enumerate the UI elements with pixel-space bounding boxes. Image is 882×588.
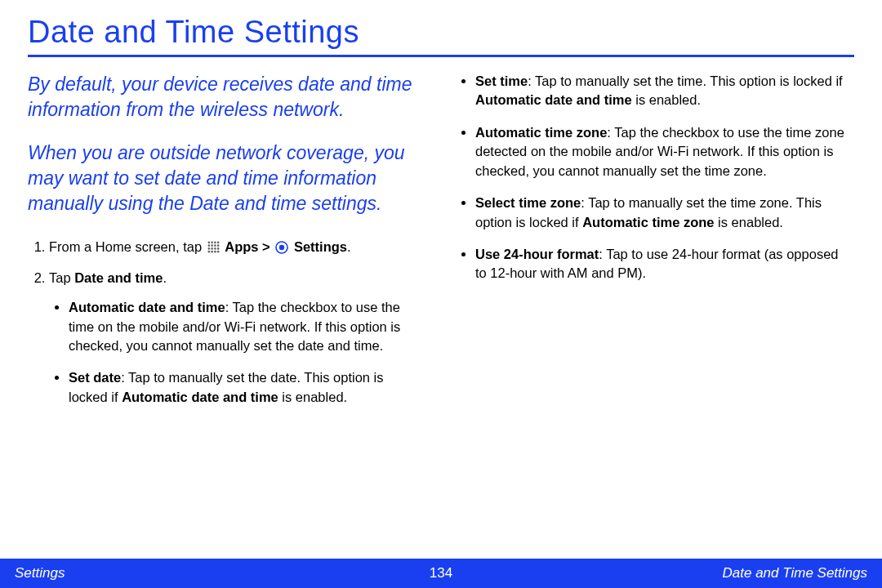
intro-paragraph-2: When you are outside network coverage, y…	[28, 140, 420, 216]
right-bullets: Set time: Tap to manually set the time. …	[456, 72, 848, 283]
svg-point-2	[214, 242, 216, 244]
left-column: By default, your device receives date an…	[28, 72, 420, 420]
bullet-lead: Set time	[475, 74, 528, 88]
step-1: From a Home screen, tap Apps >	[49, 238, 420, 257]
step-2-pre: Tap	[49, 270, 74, 285]
svg-point-8	[207, 247, 210, 250]
svg-point-10	[214, 247, 216, 250]
footer-page-number: 134	[430, 565, 452, 581]
bullet-auto-timezone: Automatic time zone: Tap the checkbox to…	[475, 123, 848, 180]
step-1-text: From a Home screen, tap Apps >	[49, 239, 351, 254]
svg-point-17	[279, 245, 284, 250]
bullet-bold2: Automatic date and time	[475, 92, 632, 107]
bullet-set-date: Set date: Tap to manually set the date. …	[69, 368, 420, 407]
step-1-pre: From a Home screen, tap	[49, 239, 206, 254]
step-1-post: .	[347, 239, 351, 254]
bullet-bold2: Automatic time zone	[582, 215, 714, 229]
bullet-lead: Automatic date and time	[69, 300, 225, 314]
bullet-rest2: is enabled.	[632, 92, 701, 107]
bullet-lead: Automatic time zone	[475, 125, 607, 140]
svg-point-13	[211, 251, 213, 253]
left-bullets: Automatic date and time: Tap the checkbo…	[49, 298, 420, 407]
settings-label: Settings	[294, 239, 347, 254]
svg-point-14	[214, 251, 216, 253]
svg-point-4	[207, 245, 210, 247]
step-2-post: .	[163, 270, 167, 285]
svg-point-15	[216, 251, 219, 253]
svg-point-1	[211, 242, 213, 244]
step-1-gt: >	[262, 239, 274, 254]
bullet-24-hour: Use 24-hour format: Tap to use 24-hour f…	[475, 245, 848, 283]
page-title: Date and Time Settings	[28, 15, 854, 57]
svg-point-0	[207, 242, 210, 244]
step-2: Tap Date and time. Automatic date and ti…	[49, 269, 420, 407]
apps-icon	[207, 241, 220, 253]
bullet-rest2: is enabled.	[278, 390, 347, 404]
svg-point-12	[207, 251, 210, 253]
step-2-bold: Date and time	[74, 270, 163, 285]
bullet-lead: Select time zone	[475, 195, 581, 210]
svg-point-3	[216, 242, 219, 244]
page: Date and Time Settings By default, your …	[0, 0, 882, 588]
bullet-auto-date-time: Automatic date and time: Tap the checkbo…	[69, 298, 420, 355]
apps-label: Apps	[225, 239, 258, 254]
svg-point-7	[216, 245, 219, 247]
bullet-bold2: Automatic date and time	[122, 390, 278, 404]
bullet-rest: : Tap to manually set the time. This opt…	[528, 74, 843, 88]
bullet-select-timezone: Select time zone: Tap to manually set th…	[475, 194, 848, 232]
bullet-lead: Set date	[69, 370, 121, 385]
intro-paragraph-1: By default, your device receives date an…	[28, 72, 420, 122]
footer-left: Settings	[15, 565, 430, 581]
right-column: Set time: Tap to manually set the time. …	[456, 72, 848, 420]
svg-point-11	[216, 247, 219, 250]
svg-point-9	[211, 247, 213, 250]
settings-icon	[275, 241, 288, 254]
svg-point-5	[211, 245, 213, 247]
svg-point-6	[214, 245, 216, 247]
footer-right: Date and Time Settings	[452, 565, 867, 581]
bullet-lead: Use 24-hour format	[475, 247, 599, 261]
steps-list: From a Home screen, tap Apps >	[28, 238, 420, 407]
bullet-set-time: Set time: Tap to manually set the time. …	[475, 72, 848, 110]
bullet-rest2: is enabled.	[715, 215, 783, 229]
footer: Settings 134 Date and Time Settings	[0, 559, 882, 588]
content-columns: By default, your device receives date an…	[28, 72, 854, 420]
